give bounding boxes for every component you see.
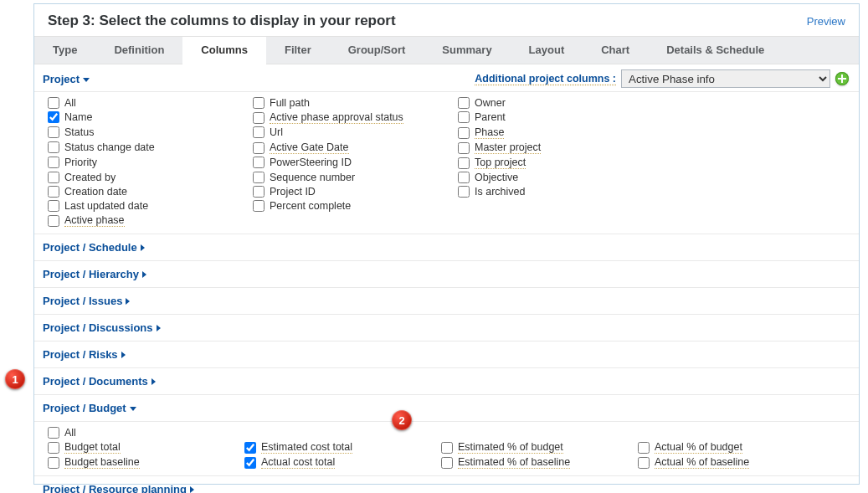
section-toggle-project-issues[interactable]: Project / Issues xyxy=(43,295,130,307)
project-section-toggle[interactable]: Project xyxy=(43,73,90,85)
column-option-top-project[interactable]: Top project xyxy=(458,157,655,169)
column-checkbox[interactable] xyxy=(244,442,256,454)
column-checkbox[interactable] xyxy=(458,157,470,169)
column-option-active-phase-approval-status[interactable]: Active phase approval status xyxy=(253,111,449,124)
column-label: Budget baseline xyxy=(64,456,140,469)
column-option-actual-cost-total[interactable]: Actual cost total xyxy=(244,456,391,469)
column-checkbox[interactable] xyxy=(253,142,265,154)
column-checkbox[interactable] xyxy=(48,157,59,168)
column-checkbox[interactable] xyxy=(48,172,59,183)
column-checkbox[interactable] xyxy=(48,186,59,198)
column-option-status-change-date[interactable]: Status change date xyxy=(48,141,244,153)
column-checkbox[interactable] xyxy=(458,97,470,109)
column-option-project-id[interactable]: Project ID xyxy=(253,186,449,198)
section-toggle-project-schedule[interactable]: Project / Schedule xyxy=(43,241,145,254)
column-option-estimated-of-baseline[interactable]: Estimated % of baseline xyxy=(441,456,638,469)
column-checkbox[interactable] xyxy=(441,457,453,469)
column-label: Status xyxy=(64,126,94,138)
tab-filter[interactable]: Filter xyxy=(266,37,330,64)
section-toggle-project-hierarchy[interactable]: Project / Hierarchy xyxy=(43,268,146,280)
column-option-all[interactable]: All xyxy=(48,97,244,109)
column-option-master-project[interactable]: Master project xyxy=(458,141,655,154)
column-option-estimated-of-budget[interactable]: Estimated % of budget xyxy=(441,441,638,454)
column-checkbox[interactable] xyxy=(48,200,59,212)
chevron-right-icon xyxy=(152,378,156,385)
add-column-button[interactable] xyxy=(835,72,849,85)
column-option-creation-date[interactable]: Creation date xyxy=(48,186,244,198)
project-budget-toggle[interactable]: Project / Budget xyxy=(43,402,136,414)
column-option-url[interactable]: Url xyxy=(253,126,449,138)
tab-summary[interactable]: Summary xyxy=(424,37,510,64)
tab-details-schedule[interactable]: Details & Schedule xyxy=(648,37,783,64)
column-option-is-archived[interactable]: Is archived xyxy=(458,186,655,198)
column-checkbox[interactable] xyxy=(458,186,470,198)
column-checkbox[interactable] xyxy=(458,172,470,183)
column-checkbox[interactable] xyxy=(48,442,59,454)
column-checkbox[interactable] xyxy=(253,186,265,198)
column-label: Full path xyxy=(270,97,310,109)
column-option-created-by[interactable]: Created by xyxy=(48,172,244,183)
column-label: Actual % of baseline xyxy=(655,456,749,469)
column-checkbox[interactable] xyxy=(48,126,59,138)
column-checkbox[interactable] xyxy=(48,141,59,153)
column-checkbox[interactable] xyxy=(253,172,265,183)
column-checkbox[interactable] xyxy=(48,457,59,469)
column-checkbox[interactable] xyxy=(48,215,59,227)
column-checkbox[interactable] xyxy=(638,457,650,469)
column-option-actual-of-budget[interactable]: Actual % of budget xyxy=(638,441,835,454)
column-option-percent-complete[interactable]: Percent complete xyxy=(253,200,449,212)
column-checkbox[interactable] xyxy=(253,112,265,124)
column-checkbox[interactable] xyxy=(253,200,265,212)
additional-columns-select[interactable]: Active Phase info xyxy=(621,69,830,88)
column-checkbox[interactable] xyxy=(441,442,453,454)
column-option-full-path[interactable]: Full path xyxy=(253,97,449,109)
additional-columns-label: Additional project columns : xyxy=(475,73,616,85)
column-option-owner[interactable]: Owner xyxy=(458,97,655,109)
column-checkbox[interactable] xyxy=(458,127,470,139)
column-option-active-gate-date[interactable]: Active Gate Date xyxy=(253,141,449,154)
column-option-priority[interactable]: Priority xyxy=(48,157,244,168)
column-label: Last updated date xyxy=(64,200,148,212)
column-option-actual-of-baseline[interactable]: Actual % of baseline xyxy=(638,456,835,469)
column-checkbox[interactable] xyxy=(48,427,59,439)
column-label: Estimated % of budget xyxy=(458,441,563,454)
column-checkbox[interactable] xyxy=(253,97,265,109)
tab-columns[interactable]: Columns xyxy=(182,37,266,64)
column-option-budget-baseline[interactable]: Budget baseline xyxy=(48,456,244,469)
tab-chart[interactable]: Chart xyxy=(583,37,648,64)
column-label: Top project xyxy=(475,157,526,169)
column-option-parent[interactable]: Parent xyxy=(458,111,655,123)
column-option-phase[interactable]: Phase xyxy=(458,126,655,139)
section-toggle-project-risks[interactable]: Project / Risks xyxy=(43,348,126,361)
column-option-active-phase[interactable]: Active phase xyxy=(48,214,244,227)
column-option-budget-total[interactable]: Budget total xyxy=(48,441,244,454)
column-option-powersteering-id[interactable]: PowerSteering ID xyxy=(253,157,449,168)
column-checkbox[interactable] xyxy=(458,142,470,154)
column-checkbox[interactable] xyxy=(48,111,59,123)
column-checkbox[interactable] xyxy=(244,457,256,469)
chevron-right-icon xyxy=(157,325,161,331)
column-option-objective[interactable]: Objective xyxy=(458,172,655,183)
column-checkbox[interactable] xyxy=(638,442,650,454)
section-label: Project / Documents xyxy=(43,375,148,388)
column-option-sequence-number[interactable]: Sequence number xyxy=(253,172,449,183)
column-option-status[interactable]: Status xyxy=(48,126,244,138)
column-checkbox[interactable] xyxy=(48,97,59,109)
column-checkbox[interactable] xyxy=(253,126,265,138)
column-checkbox[interactable] xyxy=(458,111,470,123)
tab-type[interactable]: Type xyxy=(34,37,95,64)
preview-link[interactable]: Preview xyxy=(807,15,845,28)
tab-definition[interactable]: Definition xyxy=(95,37,182,64)
column-option-all[interactable]: All xyxy=(48,427,244,439)
wizard-tabs: Type Definition Columns Filter Group/Sor… xyxy=(34,36,859,64)
column-option-name[interactable]: Name xyxy=(48,111,244,123)
section-toggle-project-resource-planning[interactable]: Project / Resource planning xyxy=(43,483,194,493)
column-checkbox[interactable] xyxy=(253,157,265,168)
tab-group-sort[interactable]: Group/Sort xyxy=(330,37,424,64)
chevron-down-icon xyxy=(130,407,136,411)
section-toggle-project-documents[interactable]: Project / Documents xyxy=(43,375,156,388)
tab-layout[interactable]: Layout xyxy=(511,37,583,64)
column-option-estimated-cost-total[interactable]: Estimated cost total xyxy=(244,441,391,454)
section-toggle-project-discussions[interactable]: Project / Discussions xyxy=(43,321,161,334)
column-option-last-updated-date[interactable]: Last updated date xyxy=(48,200,244,212)
